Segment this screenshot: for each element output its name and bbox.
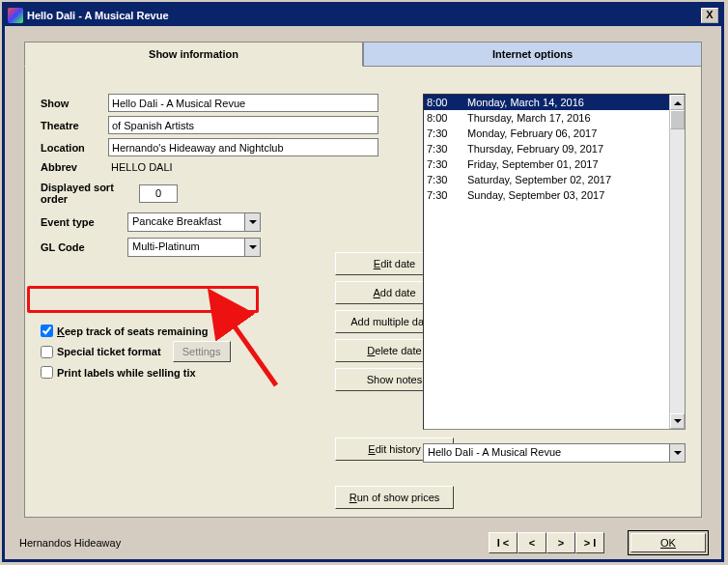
list-item[interactable]: 7:30Thursday, February 09, 2017	[424, 141, 685, 156]
settings-button[interactable]: Settings	[173, 341, 231, 362]
date-time: 7:30	[427, 187, 467, 203]
show-select-value: Hello Dali - A Musical Revue	[424, 444, 669, 462]
list-item[interactable]: 7:30Saturday, September 02, 2017	[424, 172, 685, 187]
date-time: 7:30	[427, 141, 467, 156]
nav-first-button[interactable]: I <	[489, 532, 518, 553]
date-text: Saturday, September 02, 2017	[467, 172, 685, 187]
close-icon[interactable]: X	[701, 8, 718, 23]
chevron-down-icon	[244, 239, 260, 256]
dates-listbox[interactable]: 8:00Monday, March 14, 20168:00Thursday, …	[423, 94, 686, 430]
nav-prev-button[interactable]: <	[518, 532, 546, 553]
print-labels-label: Print labels while selling tix	[57, 367, 196, 379]
date-time: 8:00	[427, 95, 467, 110]
list-item[interactable]: 7:30Friday, September 01, 2017	[424, 156, 685, 172]
scroll-up-icon[interactable]	[670, 95, 685, 110]
gl-code-combo[interactable]: Multi-Platinum	[127, 238, 261, 257]
scrollbar[interactable]	[669, 95, 685, 429]
keep-track-checkbox[interactable]	[41, 325, 53, 337]
date-text: Monday, March 14, 2016	[467, 95, 685, 110]
list-item[interactable]: 7:30Sunday, September 03, 2017	[424, 187, 685, 203]
list-item[interactable]: 8:00Thursday, March 17, 2016	[424, 110, 685, 126]
tab-show-information[interactable]: Show information	[24, 42, 363, 67]
gl-code-value: Multi-Platinum	[128, 239, 244, 256]
keep-track-label: Keep track of seats remaining	[57, 325, 209, 337]
date-text: Thursday, March 17, 2016	[467, 110, 685, 126]
app-icon	[8, 8, 23, 23]
label-location: Location	[41, 142, 108, 154]
date-text: Thursday, February 09, 2017	[467, 141, 685, 156]
date-time: 7:30	[427, 172, 467, 187]
highlight-gl-code	[27, 286, 259, 313]
date-text: Friday, September 01, 2017	[467, 156, 685, 172]
sort-order-input[interactable]	[139, 184, 178, 203]
scroll-thumb[interactable]	[670, 110, 685, 129]
ok-button[interactable]: OK	[630, 533, 706, 552]
nav-last-button[interactable]: > I	[575, 532, 604, 553]
abbrev-value: HELLO DALI	[108, 160, 176, 174]
nav-next-button[interactable]: >	[546, 532, 575, 553]
date-time: 7:30	[427, 156, 467, 172]
date-time: 8:00	[427, 110, 467, 126]
label-show: Show	[41, 98, 108, 109]
list-item[interactable]: 8:00Monday, March 14, 2016	[424, 95, 685, 110]
label-event-type: Event type	[41, 216, 127, 228]
event-type-combo[interactable]: Pancake Breakfast	[127, 212, 261, 232]
date-time: 7:30	[427, 126, 467, 141]
date-text: Sunday, September 03, 2017	[467, 187, 685, 203]
label-gl-code: GL Code	[41, 241, 127, 253]
title-bar: Hello Dali - A Musical Revue X	[5, 5, 721, 26]
run-of-show-prices-button[interactable]: Run of show prices	[335, 486, 454, 509]
special-ticket-checkbox[interactable]	[41, 346, 53, 358]
chevron-down-icon	[669, 444, 685, 462]
special-ticket-label: Special ticket format	[57, 346, 161, 357]
theatre-input[interactable]	[108, 116, 378, 134]
label-abbrev: Abbrev	[41, 161, 108, 173]
chevron-down-icon	[244, 213, 260, 231]
window-title: Hello Dali - A Musical Revue	[27, 10, 701, 21]
list-item[interactable]: 7:30Monday, February 06, 2017	[424, 126, 685, 141]
tab-internet-options[interactable]: Internet options	[363, 42, 702, 67]
panel-show-information: Show Theatre Location Abbrev HELLO DALI …	[24, 66, 702, 518]
label-theatre: Theatre	[41, 120, 108, 131]
show-input[interactable]	[108, 94, 378, 112]
scroll-down-icon[interactable]	[670, 413, 685, 429]
label-sort-order: Displayed sort order	[41, 182, 127, 205]
show-select-combo[interactable]: Hello Dali - A Musical Revue	[423, 443, 686, 463]
print-labels-checkbox[interactable]	[41, 366, 53, 379]
date-text: Monday, February 06, 2017	[467, 126, 685, 141]
location-input[interactable]	[108, 138, 378, 156]
event-type-value: Pancake Breakfast	[128, 213, 244, 231]
status-text: Hernandos Hideaway	[19, 537, 489, 549]
